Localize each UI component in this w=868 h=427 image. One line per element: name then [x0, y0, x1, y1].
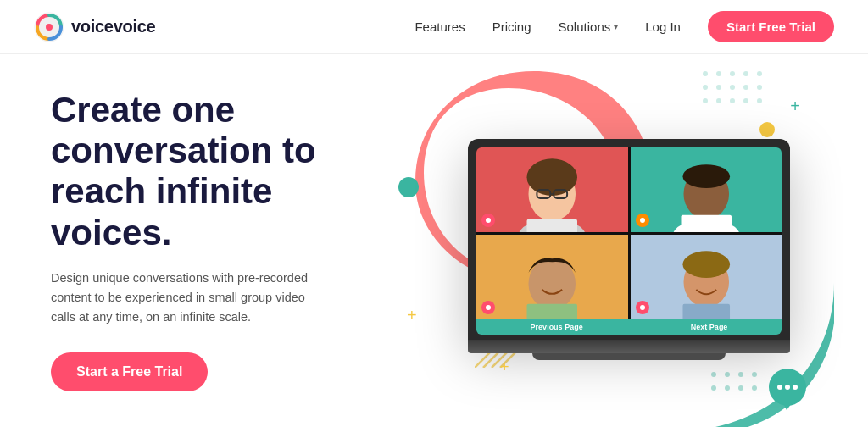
hero-section: Create one conversation to reach infinit… [0, 54, 868, 427]
svg-point-25 [752, 372, 757, 377]
svg-point-36 [527, 158, 578, 196]
teal-dots-decoration [698, 67, 766, 109]
logo[interactable]: voicevoice [34, 12, 155, 42]
mic-indicator-4 [636, 301, 649, 314]
hero-subtext: Design unique conversations with pre-rec… [51, 269, 331, 328]
nav-start-trial-button[interactable]: Start Free Trial [708, 11, 834, 42]
svg-point-24 [738, 372, 743, 377]
svg-point-28 [738, 385, 743, 391]
svg-point-7 [757, 71, 762, 76]
prev-page-button[interactable]: Previous Page [531, 323, 583, 331]
svg-point-17 [757, 98, 762, 103]
video-grid [476, 147, 782, 319]
teal-dots-bottom-decoration [707, 368, 758, 402]
nav-pricing[interactable]: Pricing [492, 19, 531, 34]
navbar: voicevoice Features Pricing Solutions ▾ … [0, 0, 868, 54]
svg-point-29 [752, 385, 757, 391]
nav-solutions[interactable]: Solutions ▾ [559, 19, 619, 34]
person-2-svg [631, 147, 782, 232]
svg-point-12 [757, 85, 762, 90]
login-button[interactable]: Log In [645, 19, 681, 34]
svg-point-33 [785, 385, 790, 390]
svg-point-34 [793, 385, 798, 390]
plus-teal-icon: + [790, 97, 800, 116]
svg-point-14 [716, 98, 721, 103]
svg-point-22 [711, 372, 716, 377]
svg-point-43 [682, 164, 730, 188]
brand-name: voicevoice [71, 17, 155, 36]
person-1-svg [476, 147, 628, 232]
video-controls-bar: Previous Page Next Page [476, 319, 782, 335]
svg-point-15 [730, 98, 735, 103]
mic-indicator-2 [636, 214, 649, 227]
hero-right: + + + [390, 54, 817, 427]
teal-bubble-decoration [398, 177, 419, 197]
next-page-button[interactable]: Next Page [691, 323, 728, 331]
person-4-svg [631, 235, 782, 319]
person-3-svg [476, 235, 628, 319]
svg-point-49 [682, 251, 730, 278]
svg-point-26 [711, 385, 716, 391]
svg-point-2 [46, 24, 53, 30]
mic-indicator-3 [481, 301, 495, 314]
svg-point-11 [743, 85, 748, 90]
laptop-illustration: Previous Page Next Page [468, 139, 790, 360]
hero-heading: Create one conversation to reach infinit… [51, 90, 390, 253]
svg-point-5 [730, 71, 735, 76]
laptop-stand [532, 353, 726, 360]
svg-rect-47 [527, 303, 578, 319]
svg-point-16 [743, 98, 748, 103]
nav-features[interactable]: Features [415, 19, 465, 34]
svg-point-46 [528, 258, 576, 309]
svg-point-3 [703, 71, 708, 76]
mic-indicator-1 [481, 214, 495, 227]
svg-point-13 [703, 98, 708, 103]
laptop-body: Previous Page Next Page [468, 139, 790, 340]
hero-cta-button[interactable]: Start a Free Trial [51, 352, 208, 391]
svg-point-9 [716, 85, 721, 90]
svg-point-10 [730, 85, 735, 90]
video-cell-3 [476, 235, 628, 319]
svg-rect-41 [527, 219, 578, 231]
nav-links: Features Pricing Solutions ▾ Log In Star… [415, 11, 834, 42]
svg-rect-45 [681, 214, 732, 231]
svg-point-27 [725, 385, 730, 391]
hero-left: Create one conversation to reach infinit… [51, 90, 390, 392]
yellow-dot-decoration [760, 122, 775, 137]
plus-yellow2-icon: + [500, 358, 509, 376]
video-cell-4 [631, 235, 782, 319]
logo-icon [34, 12, 64, 42]
svg-point-6 [743, 71, 748, 76]
laptop-base [468, 340, 790, 353]
svg-marker-31 [783, 403, 792, 410]
laptop-screen: Previous Page Next Page [476, 147, 782, 335]
video-cell-1 [476, 147, 628, 232]
svg-point-32 [777, 385, 782, 390]
chevron-down-icon: ▾ [614, 22, 618, 31]
teal-speech-bubble-icon [766, 368, 809, 410]
svg-point-23 [725, 372, 730, 377]
svg-point-8 [703, 85, 708, 90]
svg-point-4 [716, 71, 721, 76]
plus-yellow-icon: + [407, 306, 417, 325]
video-cell-2 [631, 147, 782, 232]
svg-rect-50 [682, 303, 730, 319]
